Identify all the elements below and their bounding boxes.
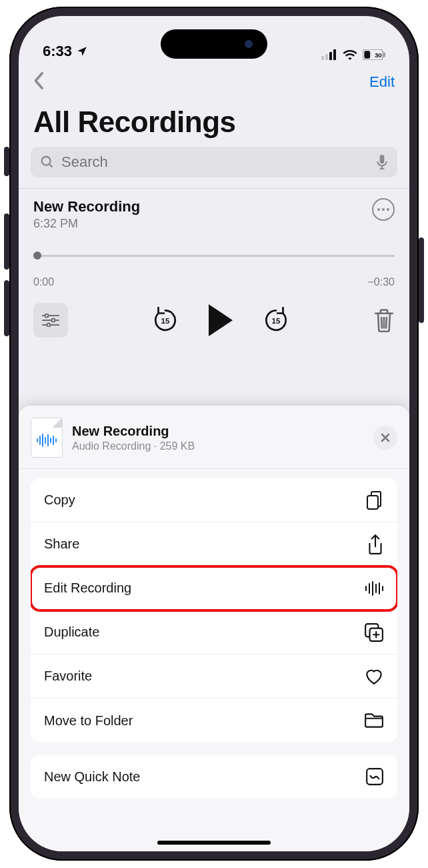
- action-move-to-folder[interactable]: Move to Folder: [31, 699, 397, 743]
- svg-point-18: [52, 319, 55, 322]
- time-remaining: −0:30: [368, 276, 395, 288]
- svg-point-14: [387, 208, 389, 211]
- close-button[interactable]: [373, 426, 397, 450]
- device-stage: 6:33: [0, 0, 428, 868]
- search-input[interactable]: [61, 153, 369, 171]
- physical-silent-switch: [4, 147, 9, 176]
- svg-point-20: [47, 324, 51, 327]
- svg-text:15: 15: [272, 317, 281, 325]
- sheet-subtitle: Audio Recording · 259 KB: [72, 440, 364, 452]
- share-icon: [367, 534, 384, 555]
- search-icon: [40, 155, 55, 169]
- svg-rect-6: [383, 52, 385, 57]
- home-indicator[interactable]: [157, 841, 271, 845]
- physical-side-button: [419, 238, 424, 323]
- action-list: Copy Share Edit Recording: [31, 478, 397, 743]
- action-label: Duplicate: [44, 624, 99, 640]
- action-duplicate[interactable]: Duplicate: [31, 610, 397, 655]
- duplicate-icon: [364, 622, 384, 642]
- play-button[interactable]: [209, 304, 233, 336]
- physical-volume-down: [4, 280, 9, 336]
- nav-bar: Edit: [19, 64, 409, 100]
- recording-title: New Recording: [33, 198, 140, 215]
- action-quick-note[interactable]: New Quick Note: [31, 755, 397, 799]
- location-icon: [76, 45, 88, 57]
- waveform-icon: [35, 433, 58, 448]
- action-label: Share: [44, 536, 79, 552]
- svg-line-8: [49, 164, 53, 167]
- sheet-title: New Recording: [72, 424, 364, 439]
- edit-button[interactable]: Edit: [369, 73, 395, 91]
- chevron-left-icon: [33, 71, 45, 90]
- action-label: New Quick Note: [44, 769, 141, 785]
- sheet-header: New Recording Audio Recording · 259 KB: [19, 406, 409, 469]
- screen: 6:33: [19, 16, 409, 851]
- heart-icon: [364, 668, 384, 685]
- action-copy[interactable]: Copy: [31, 478, 397, 522]
- wifi-icon: [343, 49, 357, 60]
- action-edit-recording[interactable]: Edit Recording: [31, 566, 397, 610]
- svg-rect-5: [364, 51, 370, 59]
- action-label: Favorite: [44, 669, 92, 684]
- share-sheet: New Recording Audio Recording · 259 KB C…: [19, 406, 409, 851]
- ellipsis-icon: [377, 208, 389, 211]
- action-label: Copy: [44, 492, 75, 508]
- forward-15-icon[interactable]: 15: [262, 306, 290, 334]
- svg-rect-3: [333, 49, 336, 60]
- scrubber-handle[interactable]: [33, 252, 41, 260]
- action-list-secondary: New Quick Note: [31, 755, 397, 799]
- rewind-15-icon[interactable]: 15: [151, 306, 179, 334]
- svg-point-13: [382, 208, 385, 211]
- status-time: 6:33: [43, 43, 72, 60]
- scrubber-track: [33, 255, 395, 257]
- svg-point-16: [45, 314, 49, 318]
- action-favorite[interactable]: Favorite: [31, 655, 397, 699]
- settings-sliders-button[interactable]: [33, 303, 68, 338]
- svg-line-23: [381, 318, 382, 328]
- dynamic-island: [161, 29, 267, 59]
- physical-volume-up: [4, 213, 9, 270]
- sliders-icon: [41, 314, 60, 327]
- action-share[interactable]: Share: [31, 522, 397, 566]
- recording-card[interactable]: New Recording 6:32 PM 0:00 −0:30: [19, 189, 409, 355]
- search-field[interactable]: [31, 147, 397, 177]
- svg-point-7: [42, 157, 51, 165]
- action-label: Move to Folder: [44, 713, 133, 729]
- iphone-frame: 6:33: [9, 7, 419, 861]
- trash-icon[interactable]: [373, 308, 395, 332]
- svg-rect-2: [329, 52, 332, 60]
- svg-point-12: [377, 208, 380, 211]
- action-label: Edit Recording: [44, 580, 131, 596]
- page-title: All Recordings: [19, 100, 409, 147]
- file-icon: [31, 418, 63, 458]
- folder-icon: [364, 713, 384, 729]
- svg-text:15: 15: [161, 317, 170, 325]
- svg-rect-0: [321, 56, 324, 60]
- close-icon: [380, 432, 391, 443]
- battery-icon: 30: [363, 49, 385, 60]
- waveform-icon: [364, 580, 384, 596]
- recording-timestamp: 6:32 PM: [33, 217, 140, 231]
- svg-rect-28: [367, 496, 378, 509]
- recording-more-button[interactable]: [372, 198, 395, 221]
- copy-icon: [365, 490, 384, 510]
- dictate-icon[interactable]: [376, 155, 388, 169]
- svg-rect-1: [325, 54, 328, 60]
- playback-scrubber[interactable]: [33, 250, 395, 271]
- battery-label: 30: [375, 51, 382, 59]
- cellular-icon: [321, 49, 337, 60]
- svg-line-25: [386, 318, 387, 328]
- quick-note-icon: [365, 767, 384, 786]
- svg-rect-9: [380, 155, 385, 163]
- playback-controls: 15 15: [33, 303, 395, 347]
- time-elapsed: 0:00: [33, 276, 54, 288]
- back-button[interactable]: [33, 71, 45, 93]
